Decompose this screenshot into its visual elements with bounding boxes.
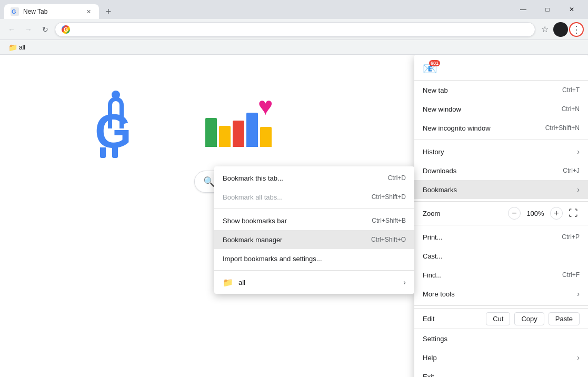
menu-item-cast[interactable]: Cast...	[414, 246, 588, 265]
folder-icon: 📁	[8, 43, 17, 52]
submenu-item-manager-shortcut: Ctrl+Shift+O	[371, 236, 406, 243]
menu-item-new-tab-label: New tab	[423, 86, 448, 94]
submenu-item-bookmark-all-tabs-shortcut: Ctrl+Shift+D	[372, 193, 406, 201]
menu-divider-3	[414, 225, 588, 225]
cut-button[interactable]: Cut	[486, 312, 510, 325]
bookmarks-bar: 📁 all	[0, 40, 588, 55]
menu-item-history-label: History	[423, 148, 444, 156]
submenu-item-import[interactable]: Import bookmarks and settings...	[214, 249, 414, 268]
menu-item-cast-label: Cast...	[423, 252, 443, 260]
submenu-item-manager[interactable]: Bookmark manager Ctrl+Shift+O	[214, 230, 414, 249]
submenu-item-bookmark-tab-label: Bookmark this tab...	[223, 174, 283, 182]
menu-item-more-tools-label: More tools	[423, 290, 455, 298]
title-bar: G New Tab ✕ + — □ ✕	[0, 0, 588, 19]
submenu-divider-1	[214, 209, 414, 209]
doodle-person-arc	[108, 97, 124, 128]
new-tab-button[interactable]: +	[101, 4, 116, 19]
menu-item-downloads-shortcut: Ctrl+J	[563, 167, 580, 174]
submenu-item-bookmark-all-tabs-label: Bookmark all tabs...	[223, 193, 283, 201]
fullscreen-button[interactable]: ⛶	[567, 207, 580, 220]
active-tab[interactable]: G New Tab ✕	[4, 4, 99, 19]
minimize-button[interactable]: —	[511, 0, 535, 19]
menu-item-find[interactable]: Find... Ctrl+F	[414, 265, 588, 284]
menu-item-downloads-label: Downloads	[423, 167, 456, 175]
svg-text:G: G	[12, 8, 16, 15]
history-arrow-icon: ›	[577, 147, 580, 156]
menu-item-history[interactable]: History ›	[414, 142, 588, 161]
zoom-controls: − 100% + ⛶	[508, 207, 580, 220]
menu-divider-4	[414, 305, 588, 306]
window-controls: — □ ✕	[511, 0, 584, 19]
tab-close-button[interactable]: ✕	[84, 7, 93, 16]
menu-header: 📧 681	[414, 57, 588, 81]
google-g-icon: G	[62, 25, 70, 34]
submenu-divider-2	[214, 270, 414, 271]
bookmarks-submenu: Bookmark this tab... Ctrl+D Bookmark all…	[214, 166, 414, 294]
menu-item-help[interactable]: Help ›	[414, 348, 588, 367]
avatar-button[interactable]	[553, 22, 568, 37]
paste-button[interactable]: Paste	[549, 312, 580, 325]
menu-item-find-label: Find...	[423, 271, 442, 279]
menu-item-downloads[interactable]: Downloads Ctrl+J	[414, 161, 588, 180]
submenu-item-all-folder-label: all	[238, 279, 245, 286]
menu-item-new-tab-shortcut: Ctrl+T	[562, 86, 580, 94]
menu-item-exit[interactable]: Exit	[414, 367, 588, 377]
submenu-item-bookmark-all-tabs-left: Bookmark all tabs...	[223, 193, 283, 201]
menu-item-find-shortcut: Ctrl+F	[562, 271, 580, 279]
menu-item-settings[interactable]: Settings	[414, 329, 588, 348]
submenu-item-show-bar[interactable]: Show bookmarks bar Ctrl+Shift+B	[214, 211, 414, 230]
toolbar: ← → ↻ G ☆ ⋮	[0, 19, 588, 40]
menu-item-new-window-label: New window	[423, 105, 461, 113]
close-button[interactable]: ✕	[560, 0, 584, 19]
submenu-item-bookmark-all-tabs[interactable]: Bookmark all tabs... Ctrl+Shift+D	[214, 187, 414, 206]
submenu-item-manager-left: Bookmark manager	[223, 236, 282, 244]
submenu-item-bookmark-tab[interactable]: Bookmark this tab... Ctrl+D	[214, 168, 414, 187]
menu-item-new-window[interactable]: New window Ctrl+N	[414, 100, 588, 118]
menu-item-help-label: Help	[423, 354, 437, 362]
menu-item-incognito-shortcut: Ctrl+Shift+N	[545, 124, 580, 132]
submenu-item-bookmark-tab-shortcut: Ctrl+D	[388, 174, 406, 182]
maximize-button[interactable]: □	[535, 0, 560, 19]
zoom-minus-button[interactable]: −	[508, 207, 521, 220]
back-button[interactable]: ←	[4, 22, 19, 37]
menu-item-new-tab[interactable]: New tab Ctrl+T	[414, 81, 588, 100]
bookmarks-bar-item-all[interactable]: 📁 all	[4, 42, 29, 53]
toolbar-icons: ☆ ⋮	[537, 22, 584, 37]
gmail-icon: 📧 681	[423, 62, 437, 76]
all-folder-arrow-icon: ›	[403, 278, 406, 286]
chrome-menu: 📧 681 New tab Ctrl+T New window Ctrl+N N…	[414, 55, 588, 377]
menu-divider-1	[414, 140, 588, 140]
menu-item-incognito[interactable]: New incognito window Ctrl+Shift+N	[414, 118, 588, 137]
address-bar[interactable]: G	[55, 22, 535, 37]
doodle-person-head	[112, 91, 120, 99]
refresh-button[interactable]: ↻	[38, 22, 53, 37]
submenu-item-manager-label: Bookmark manager	[223, 236, 282, 244]
chrome-menu-button[interactable]: ⋮	[569, 22, 584, 37]
submenu-item-all-folder-left: 📁 all	[223, 277, 245, 287]
submenu-item-all-folder[interactable]: 📁 all ›	[214, 273, 414, 292]
google-doodle-blocks	[205, 113, 272, 147]
menu-divider-2	[414, 201, 588, 202]
edit-label: Edit	[423, 315, 482, 323]
menu-item-exit-label: Exit	[423, 373, 434, 378]
tab-area: G New Tab ✕ +	[4, 0, 116, 19]
menu-item-settings-label: Settings	[423, 335, 447, 343]
zoom-row: Zoom − 100% + ⛶	[414, 204, 588, 223]
zoom-label: Zoom	[423, 210, 440, 217]
search-icon: 🔍	[203, 176, 215, 187]
more-tools-arrow-icon: ›	[577, 290, 580, 298]
edit-row: Edit Cut Copy Paste	[414, 308, 588, 329]
zoom-plus-button[interactable]: +	[550, 207, 563, 220]
submenu-item-show-bar-shortcut: Ctrl+Shift+B	[372, 217, 406, 224]
tab-title: New Tab	[23, 8, 80, 15]
menu-item-more-tools[interactable]: More tools ›	[414, 284, 588, 303]
menu-item-bookmarks[interactable]: Bookmarks ›	[414, 180, 588, 199]
menu-item-incognito-label: New incognito window	[423, 124, 491, 132]
menu-item-print[interactable]: Print... Ctrl+P	[414, 227, 588, 246]
star-button[interactable]: ☆	[537, 22, 552, 37]
submenu-item-import-left: Import bookmarks and settings...	[223, 255, 322, 263]
forward-button[interactable]: →	[21, 22, 36, 37]
copy-button[interactable]: Copy	[514, 312, 544, 325]
tab-favicon: G	[11, 7, 19, 16]
address-input[interactable]	[74, 25, 529, 33]
